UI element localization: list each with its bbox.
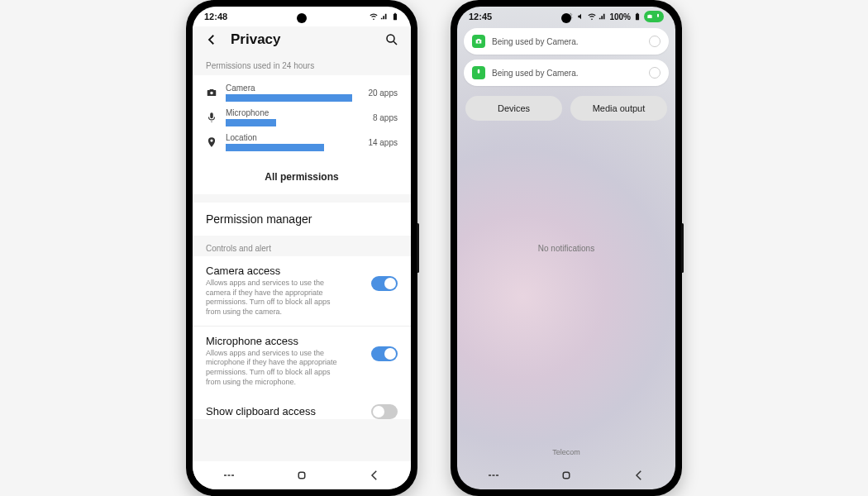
status-icons: 100% <box>566 11 664 22</box>
nav-bar <box>457 461 675 489</box>
mute-icon <box>577 12 585 21</box>
permission-manager-item[interactable]: Permission manager <box>193 203 411 236</box>
quick-settings-row: Devices Media output <box>464 91 669 126</box>
svg-rect-1 <box>298 472 305 479</box>
location-icon <box>206 136 217 148</box>
clipboard-access-item[interactable]: Show clipboard access <box>193 396 411 419</box>
recents-icon[interactable] <box>222 468 236 483</box>
usage-card: Camera 20 apps Microphone 8 apps <box>193 75 411 194</box>
usage-count: 8 apps <box>360 113 398 122</box>
carrier-label: Telecom <box>552 448 580 456</box>
camera-access-title: Camera access <box>206 265 365 277</box>
controls-section-label: Controls and alert <box>193 236 411 256</box>
usage-bar <box>226 119 276 126</box>
notification-mic-in-use[interactable]: Being used by Camera. <box>464 60 669 86</box>
settings-content[interactable]: Privacy Permissions used in 24 hours Cam… <box>193 26 411 461</box>
microphone-access-desc: Allows apps and services to use the micr… <box>206 349 346 388</box>
devices-button[interactable]: Devices <box>465 96 562 121</box>
microphone-icon <box>472 66 485 79</box>
wifi-icon <box>588 12 596 21</box>
camera-icon <box>206 87 217 98</box>
battery-icon <box>633 12 641 21</box>
nav-bar <box>193 461 411 489</box>
battery-text: 100% <box>609 12 631 21</box>
usage-bar <box>226 94 352 102</box>
screen: 12:45 100% Being used by Camera. <box>457 7 675 489</box>
wifi-icon <box>370 12 378 21</box>
expand-icon[interactable] <box>649 36 661 47</box>
no-notifications-label: No notifications <box>538 244 594 253</box>
usage-section-label: Permissions used in 24 hours <box>193 56 411 75</box>
usage-row-microphone[interactable]: Microphone 8 apps <box>206 105 398 130</box>
phone-left: 12:48 Privacy Permissions used in 24 hou… <box>186 0 417 496</box>
all-permissions-button[interactable]: All permissions <box>206 160 398 194</box>
screen: 12:48 Privacy Permissions used in 24 hou… <box>193 7 411 489</box>
usage-count: 14 apps <box>360 138 398 147</box>
camera-access-toggle[interactable] <box>371 276 398 291</box>
notification-camera-in-use[interactable]: Being used by Camera. <box>464 28 669 55</box>
usage-name: Camera <box>226 83 352 93</box>
microphone-access-toggle[interactable] <box>371 346 398 361</box>
home-icon[interactable] <box>559 468 574 483</box>
status-icons <box>370 12 399 21</box>
status-time: 12:48 <box>204 12 227 21</box>
clipboard-access-title: Show clipboard access <box>206 405 316 417</box>
camera-icon <box>472 35 485 48</box>
battery-icon <box>391 12 399 21</box>
microphone-access-title: Microphone access <box>206 335 365 347</box>
expand-icon[interactable] <box>649 67 661 79</box>
recents-icon[interactable] <box>486 468 501 483</box>
svg-rect-2 <box>563 472 570 479</box>
usage-row-camera[interactable]: Camera 20 apps <box>206 80 398 105</box>
back-nav-icon[interactable] <box>367 468 382 483</box>
page-title: Privacy <box>231 31 384 48</box>
microphone-access-item[interactable]: Microphone access Allows apps and servic… <box>193 326 411 396</box>
signal-icon <box>380 12 389 21</box>
header: Privacy <box>193 26 411 56</box>
back-icon[interactable] <box>204 32 219 47</box>
home-icon[interactable] <box>294 468 309 483</box>
signal-icon <box>599 12 607 21</box>
camera-cutout <box>297 13 307 23</box>
usage-row-location[interactable]: Location 14 apps <box>206 130 398 155</box>
usage-name: Microphone <box>226 108 352 117</box>
usage-bar <box>226 144 324 151</box>
phone-right: 12:45 100% Being used by Camera. <box>451 0 682 496</box>
notification-text: Being used by Camera. <box>492 37 642 46</box>
privacy-indicator-pill[interactable] <box>644 11 664 22</box>
usage-count: 20 apps <box>360 88 398 98</box>
camera-access-desc: Allows apps and services to use the came… <box>206 279 346 317</box>
notification-text: Being used by Camera. <box>492 69 642 78</box>
microphone-icon <box>206 112 217 123</box>
camera-cutout <box>561 13 571 23</box>
camera-access-item[interactable]: Camera access Allows apps and services t… <box>193 256 411 326</box>
media-output-button[interactable]: Media output <box>570 96 667 121</box>
usage-name: Location <box>226 133 352 142</box>
search-icon[interactable] <box>384 32 399 47</box>
status-time: 12:45 <box>469 12 492 21</box>
clipboard-access-toggle[interactable] <box>371 404 398 419</box>
svg-point-0 <box>387 35 394 42</box>
back-nav-icon[interactable] <box>632 468 646 483</box>
notification-panel[interactable]: Being used by Camera. Being used by Came… <box>457 26 675 126</box>
